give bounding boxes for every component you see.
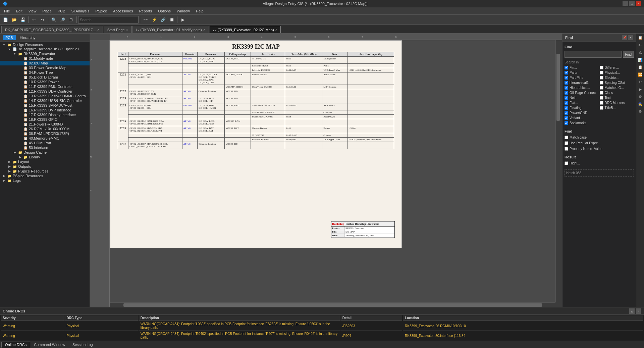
tree-item-02[interactable]: 📋 02.I2C Map: [0, 61, 90, 65]
close-button[interactable]: ×: [636, 1, 641, 6]
parts-checkbox[interactable]: [565, 71, 568, 74]
spacing-checkbox[interactable]: [600, 81, 603, 85]
tree-item-26[interactable]: 📋 26.RGMII-10/100/1000M: [0, 127, 90, 131]
panel-tab-hierarchy[interactable]: Hierarchy: [17, 35, 38, 40]
text-checkbox[interactable]: [600, 96, 603, 100]
drc-checkbox[interactable]: [600, 101, 603, 105]
btab-command-window[interactable]: Command Window: [30, 342, 69, 348]
nets-checkbox[interactable]: [565, 96, 568, 100]
net-button[interactable]: 🔗: [159, 16, 167, 24]
menu-item-view[interactable]: View: [26, 8, 39, 14]
tab-0-close[interactable]: ×: [97, 28, 99, 32]
tree-item-design-cache[interactable]: ▶ 📁 Design Cache: [0, 150, 90, 155]
back-annot-button[interactable]: ↩: [637, 79, 644, 85]
tree-item-15[interactable]: 📋 15.RK3399 SARADC/Host: [0, 103, 90, 108]
off-page-checkbox[interactable]: [565, 91, 568, 95]
toolbar-search[interactable]: [78, 16, 139, 23]
tab-2[interactable]: / - (RK3399_Excavator : 01.Modify note) …: [132, 26, 209, 33]
bom-button[interactable]: 📋: [637, 64, 644, 70]
schematic-canvas[interactable]: RK3399 I2C MAP Port Pin name Domain Bus …: [110, 40, 402, 248]
property-checkbox[interactable]: [565, 147, 568, 151]
match-case-checkbox[interactable]: [565, 136, 568, 139]
hier1-checkbox[interactable]: [565, 81, 568, 85]
settings-button[interactable]: ⚙: [637, 108, 644, 115]
class-checkbox[interactable]: [600, 91, 603, 95]
cross-ref-button[interactable]: 🔀: [637, 71, 644, 78]
bottom-scroll-area[interactable]: Severity DRC Type Description Detail Loc…: [0, 315, 644, 341]
zoom-fit-button[interactable]: ⊡: [67, 16, 75, 24]
run-button[interactable]: ▶: [179, 16, 187, 24]
netlist-button[interactable]: 📊: [637, 56, 644, 63]
highlight-checkbox[interactable]: [565, 161, 568, 165]
tree-item-13[interactable]: 📋 13.RK3399 Flash&SDMMC Contro...: [0, 94, 90, 98]
find-text-input[interactable]: [565, 51, 622, 58]
electrio-checkbox[interactable]: [600, 76, 603, 80]
maximize-button[interactable]: □: [629, 1, 635, 6]
power-button[interactable]: ⚡: [150, 16, 158, 24]
part-pins-checkbox[interactable]: [565, 76, 568, 80]
find-panel-close[interactable]: ×: [628, 35, 633, 40]
variant-checkbox[interactable]: [565, 116, 568, 120]
tree-item-library[interactable]: ▶ 📁 Library: [0, 155, 90, 159]
table-row[interactable]: Warning Physical WARNING(ORCAP-2434): Fo…: [1, 321, 643, 331]
panel-tab-pcb[interactable]: PCB: [3, 35, 16, 40]
tree-item-40[interactable]: 📋 40.Memory-eMMC: [0, 136, 90, 141]
tree-item-14[interactable]: 📋 14.RK3399 USB/USIC Controler: [0, 98, 90, 103]
hier2-checkbox[interactable]: [565, 86, 568, 90]
menu-item-window[interactable]: Window: [174, 8, 193, 14]
tree-item-excavator[interactable]: ▼ 📁 RK3399_Excavator: [0, 51, 90, 56]
tree-item-11[interactable]: 📋 11.RK3399 PMU Controler: [0, 84, 90, 89]
tree-item-01[interactable]: 📋 01.Modify note: [0, 56, 90, 61]
tree-item-referenced-projects[interactable]: ▶ 📁 PSpice Resources: [0, 169, 90, 173]
tree-item-logs[interactable]: ▶ 📁 Logs: [0, 178, 90, 183]
fin-checkbox[interactable]: [565, 66, 568, 69]
physical-checkbox[interactable]: [600, 71, 603, 74]
zoom-in-button[interactable]: 🔍: [50, 16, 58, 24]
tree-item-21[interactable]: 📋 21.Power1-RK808-D: [0, 122, 90, 127]
table-row[interactable]: Warning Physical WARNING(ORCAP-2434): Fo…: [1, 331, 643, 340]
h-scrollbar-thumb[interactable]: [123, 303, 542, 307]
tree-item-04[interactable]: 📋 04.Power Tree: [0, 70, 90, 75]
annotate-button[interactable]: 🏷: [637, 42, 644, 48]
tree-item-project-file[interactable]: ▼ 📄 .rk_sapphire_socboard_rk3399_lpddr3d…: [0, 47, 90, 51]
generate-button[interactable]: ⚙: [637, 93, 644, 100]
wizard-button[interactable]: 🧙: [637, 101, 644, 107]
canvas-area[interactable]: 0 1 2 3 4 5 6 7 8 0 1 2 3 4 RK3399: [90, 34, 562, 307]
tree-item-10[interactable]: 📋 10.RK3399 Power: [0, 80, 90, 84]
tab-0[interactable]: RK_SAPPHIRE_SOCBOARD_RK3399_LPDDR3D17...…: [1, 26, 103, 33]
menu-item-reports[interactable]: Reports: [136, 8, 155, 14]
tree-item-outputs[interactable]: ▶ 📁 Outputs: [0, 164, 90, 169]
simulate-button[interactable]: ▶: [637, 86, 644, 93]
regex-checkbox[interactable]: [565, 141, 568, 145]
menu-item-file[interactable]: File: [1, 8, 13, 14]
wire-button[interactable]: 〰: [142, 16, 150, 24]
properties-button[interactable]: 📋: [637, 34, 644, 41]
different-checkbox[interactable]: [600, 66, 603, 69]
menu-item-help[interactable]: Help: [193, 8, 206, 14]
tree-item-layout[interactable]: ▶ 📁 Layout: [0, 159, 90, 164]
menu-item-si analysis[interactable]: SI Analysis: [69, 8, 92, 14]
drc-button[interactable]: ⚠: [637, 49, 644, 56]
part-button[interactable]: 🔲: [168, 16, 176, 24]
bottom-panel-close[interactable]: ×: [636, 308, 641, 314]
v-scrollbar-thumb[interactable]: [556, 54, 560, 121]
tree-item-16[interactable]: 📋 16.RK3399 DVP Interface: [0, 108, 90, 112]
tree-item-36[interactable]: 📋 36.RAM-LPDDR3(178P): [0, 131, 90, 136]
new-button[interactable]: 📄: [1, 16, 9, 24]
vertical-scrollbar[interactable]: [555, 40, 562, 302]
undo-button[interactable]: ↩: [30, 16, 38, 24]
menu-item-place[interactable]: Place: [40, 8, 54, 14]
bookmarks-checkbox[interactable]: [565, 121, 568, 125]
find-panel-pin[interactable]: 📌: [622, 35, 627, 40]
tree-item-17[interactable]: 📋 17.RK3399 Display Interface: [0, 112, 90, 117]
flat-checkbox[interactable]: [565, 101, 568, 105]
btab-session-log[interactable]: Session Log: [69, 342, 97, 348]
zoom-out-button[interactable]: 🔎: [58, 16, 66, 24]
menu-item-pspice[interactable]: PSpice: [93, 8, 110, 14]
tree-item-50[interactable]: 📋 50.interface: [0, 145, 90, 150]
tab-1-close[interactable]: ×: [126, 28, 128, 32]
menu-item-accessories[interactable]: Accessories: [110, 8, 136, 14]
save-button[interactable]: 💾: [19, 16, 27, 24]
tree-item-pspice[interactable]: ▶ 📁 PSpice Resources: [0, 173, 90, 178]
tab-1[interactable]: Start Page ×: [104, 26, 132, 33]
